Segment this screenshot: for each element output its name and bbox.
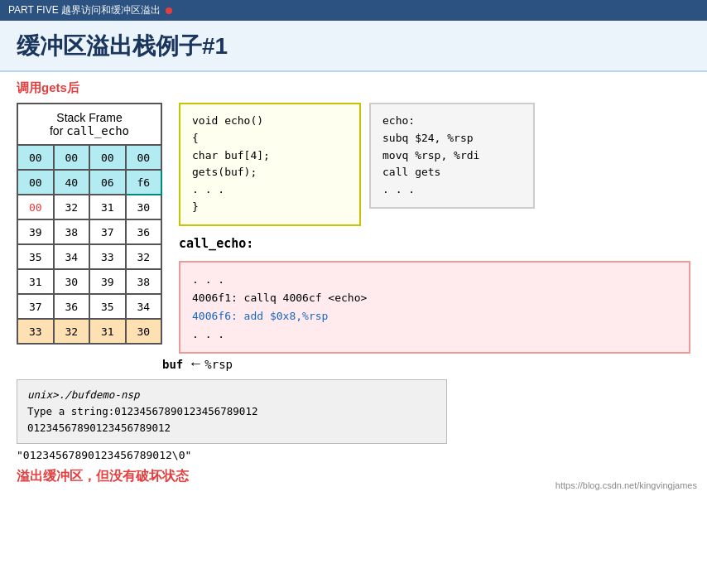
code-line: . . .	[192, 181, 348, 199]
stack-cell: 32	[54, 195, 90, 219]
echo-asm-box: echo: subq $24, %rsp movq %rsp, %rdi cal…	[369, 103, 535, 209]
stack-cell: 36	[54, 294, 90, 319]
stack-cell: 35	[17, 244, 54, 269]
call-echo-line: 4006f6: add $0x8,%rsp	[192, 307, 677, 325]
asm-line: echo:	[382, 113, 522, 130]
stack-cell: 30	[126, 319, 162, 344]
stack-cell: 37	[17, 294, 54, 319]
asm-line: subq $24, %rsp	[382, 130, 522, 147]
asm-line: movq %rsp, %rdi	[382, 147, 522, 165]
rsp-label: %rsp	[204, 358, 233, 371]
buf-arrow-row: buf ← %rsp	[162, 355, 690, 373]
stack-cell: 31	[89, 195, 126, 219]
stack-cell: 33	[89, 244, 126, 269]
main-content: 调用gets后 Stack Frame for call_echo 000000…	[0, 72, 707, 494]
code-line: {	[192, 130, 348, 147]
stack-cell: 00	[126, 145, 162, 170]
quote-line: "01234567890123456789012\0"	[17, 449, 690, 461]
after-gets-label: 调用gets后	[17, 80, 690, 96]
code-row: void echo(){ char buf[4]; gets(buf); . .…	[179, 103, 690, 226]
stack-cell: 32	[126, 244, 162, 269]
stack-cell: 34	[54, 244, 90, 269]
call-echo-label: call_echo:	[179, 236, 690, 251]
code-line: gets(buf);	[192, 164, 348, 181]
stack-cell: 00	[54, 145, 90, 170]
stack-cell: 39	[17, 219, 54, 244]
stack-cell: f6	[126, 170, 162, 195]
stack-cell: 00	[17, 170, 54, 195]
terminal-line: 01234567890123456789012	[27, 420, 436, 436]
call-echo-line: . . .	[192, 271, 677, 289]
buf-label: buf	[162, 358, 183, 371]
stack-cell: 00	[17, 195, 54, 219]
stack-cell: 39	[89, 269, 126, 294]
stack-cell: 32	[54, 319, 90, 344]
stack-cell: 30	[126, 195, 162, 219]
right-panel: void echo(){ char buf[4]; gets(buf); . .…	[179, 103, 690, 354]
stack-cell: 37	[89, 219, 126, 244]
code-line: }	[192, 199, 348, 216]
stack-frame-container: Stack Frame for call_echo 00000000004006…	[17, 103, 162, 345]
echo-code-box: void echo(){ char buf[4]; gets(buf); . .…	[179, 103, 361, 226]
stack-cell: 33	[17, 319, 54, 344]
arrow-line: ← %rsp	[188, 355, 233, 373]
stack-cell: 38	[54, 219, 90, 244]
asm-line: call gets	[382, 164, 522, 181]
watermark: https://blog.csdn.net/kingvingjames	[556, 480, 697, 490]
stack-cell: 36	[126, 219, 162, 244]
layout-row: Stack Frame for call_echo 00000000004006…	[17, 103, 690, 354]
stack-cell: 34	[126, 294, 162, 319]
part-label: PART FIVE 越界访问和缓冲区溢出	[8, 3, 161, 17]
stack-cell: 35	[89, 294, 126, 319]
stack-cell: 40	[54, 170, 90, 195]
red-dot	[166, 7, 172, 14]
stack-cell: 38	[126, 269, 162, 294]
stack-cell: 30	[54, 269, 90, 294]
call-echo-line: 4006f1: callq 4006cf <echo>	[192, 289, 677, 307]
page-title: 缓冲区溢出栈例子#1	[17, 31, 690, 62]
stack-cell: 31	[17, 269, 54, 294]
stack-cell: 06	[89, 170, 126, 195]
call-echo-code-box: . . .4006f1: callq 4006cf <echo>4006f6: …	[179, 261, 690, 354]
code-line: void echo()	[192, 113, 348, 130]
stack-cell: 31	[89, 319, 126, 344]
terminal-line: unix>./bufdemo-nsp	[27, 387, 436, 403]
stack-cell: 00	[17, 145, 54, 170]
stack-table: 00000000004006f6003231303938373635343332…	[17, 144, 162, 345]
terminal-line: Type a string:01234567890123456789012	[27, 403, 436, 420]
stack-frame-title: Stack Frame for call_echo	[17, 103, 162, 144]
asm-line: . . .	[382, 181, 522, 199]
top-bar: PART FIVE 越界访问和缓冲区溢出	[0, 0, 707, 21]
stack-cell: 00	[89, 145, 126, 170]
terminal-box: unix>./bufdemo-nspType a string:01234567…	[17, 379, 447, 444]
title-bar: 缓冲区溢出栈例子#1	[0, 21, 707, 72]
call-echo-line: . . .	[192, 325, 677, 344]
code-line: char buf[4];	[192, 147, 348, 165]
